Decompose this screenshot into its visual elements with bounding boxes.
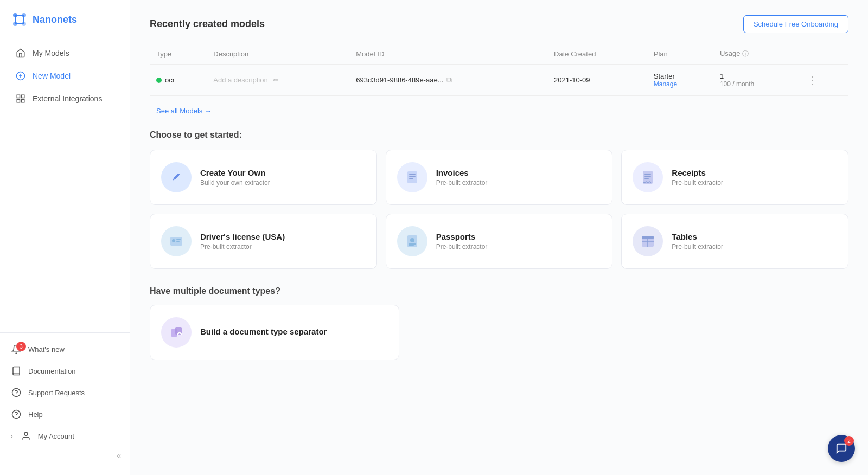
- card-icon-create-your-own: [161, 162, 192, 192]
- card-create-your-own[interactable]: Create Your Own Build your own extractor: [150, 150, 377, 205]
- row-usage-cell: 1 100 / month: [713, 65, 799, 96]
- row-plan-value: Starter: [654, 72, 707, 80]
- row-more-cell: ⋮: [799, 65, 848, 96]
- card-subtitle-receipts: Pre-built extractor: [672, 179, 837, 187]
- separator-icon: [169, 325, 184, 340]
- card-title-create-your-own: Create Your Own: [200, 168, 366, 177]
- logo-text: Nanonets: [33, 14, 77, 25]
- logo[interactable]: Nanonets: [0, 0, 130, 41]
- card-title-invoices: Invoices: [436, 168, 602, 177]
- sidebar-item-external-integrations[interactable]: External Integrations: [4, 88, 125, 110]
- chat-badge: 2: [844, 436, 854, 446]
- pencil-icon: [169, 170, 184, 185]
- svg-rect-27: [644, 176, 651, 177]
- book-icon: [11, 365, 22, 376]
- card-icon-doc-separator: [161, 317, 192, 348]
- multi-doc-section-title: Have multiple document types?: [150, 286, 848, 296]
- schedule-onboarding-button[interactable]: Schedule Free Onboarding: [743, 15, 848, 33]
- card-icon-drivers-license: [161, 226, 192, 256]
- card-content-create-your-own: Create Your Own Build your own extractor: [200, 168, 366, 187]
- row-model-id-cell: 693d3d91-9886-489e-aae... ⧉: [349, 65, 547, 96]
- col-description: Description: [207, 44, 349, 65]
- status-dot: [156, 78, 162, 83]
- models-table: Type Description Model ID Date Created P…: [150, 44, 848, 96]
- sidebar-item-external-integrations-label: External Integrations: [33, 94, 102, 103]
- card-passports[interactable]: Passports Pre-built extractor: [386, 214, 613, 269]
- svg-rect-28: [644, 178, 649, 179]
- svg-rect-31: [176, 239, 181, 240]
- whats-new-label: What's new: [28, 345, 65, 354]
- collapse-sidebar-button[interactable]: «: [0, 447, 130, 464]
- sidebar-item-new-model-label: New Model: [33, 72, 71, 80]
- sidebar-item-whats-new[interactable]: 3 What's new: [0, 338, 130, 360]
- row-type-cell: ocr: [150, 65, 207, 96]
- card-title-drivers-license: Driver's license (USA): [200, 232, 366, 241]
- sidebar-item-documentation[interactable]: Documentation: [0, 360, 130, 382]
- usage-info-icon[interactable]: ⓘ: [742, 50, 749, 57]
- card-subtitle-drivers-license: Pre-built extractor: [200, 243, 366, 251]
- choose-section-title: Choose to get started:: [150, 130, 848, 140]
- table-row: ocr Add a description ✏ 693d3d91-9886-48…: [150, 65, 848, 96]
- col-type: Type: [150, 44, 207, 65]
- card-icon-invoices: [397, 162, 427, 192]
- table-icon: [640, 234, 655, 249]
- notification-badge: 3: [16, 342, 26, 351]
- id-card-icon: [169, 234, 184, 249]
- svg-rect-23: [409, 176, 416, 177]
- nanonets-logo-icon: [11, 11, 28, 28]
- copy-model-id-icon[interactable]: ⧉: [446, 75, 452, 85]
- card-subtitle-tables: Pre-built extractor: [672, 243, 837, 251]
- svg-rect-38: [642, 236, 654, 239]
- row-more-button[interactable]: ⋮: [806, 74, 820, 86]
- manage-plan-link[interactable]: Manage: [654, 80, 707, 88]
- sidebar-item-new-model[interactable]: New Model: [4, 65, 125, 87]
- svg-point-19: [24, 432, 28, 435]
- row-plan-cell: Starter Manage: [647, 65, 713, 96]
- see-all-models-link[interactable]: See all Models →: [156, 107, 212, 115]
- row-description-cell: Add a description ✏: [207, 65, 349, 96]
- row-description-value: Add a description: [213, 76, 267, 84]
- sidebar-item-help[interactable]: Help: [0, 403, 130, 425]
- row-type-value: ocr: [165, 76, 175, 84]
- card-invoices[interactable]: Invoices Pre-built extractor: [386, 150, 613, 205]
- svg-rect-13: [22, 100, 24, 102]
- card-doc-separator[interactable]: Build a document type separator: [150, 305, 399, 360]
- sidebar-item-my-account[interactable]: › My Account: [0, 425, 130, 447]
- card-tables[interactable]: Tables Pre-built extractor: [621, 214, 848, 269]
- card-drivers-license[interactable]: Driver's license (USA) Pre-built extract…: [150, 214, 377, 269]
- support-requests-label: Support Requests: [28, 389, 85, 397]
- card-icon-receipts: [633, 162, 663, 192]
- card-content-receipts: Receipts Pre-built extractor: [672, 168, 837, 187]
- card-subtitle-passports: Pre-built extractor: [436, 243, 602, 251]
- multi-doc-section: Have multiple document types? Build a do…: [150, 286, 848, 360]
- help-circle-icon: [11, 387, 22, 398]
- table-body: ocr Add a description ✏ 693d3d91-9886-48…: [150, 65, 848, 96]
- svg-rect-22: [409, 174, 416, 175]
- card-subtitle-create-your-own: Build your own extractor: [200, 179, 366, 187]
- edit-description-icon[interactable]: ✏: [273, 76, 279, 84]
- home-icon: [15, 48, 26, 59]
- plus-circle-icon: [15, 70, 26, 81]
- svg-point-34: [410, 238, 414, 242]
- row-usage-limit: 100 / month: [720, 80, 793, 88]
- svg-rect-14: [17, 100, 20, 102]
- svg-rect-26: [644, 174, 651, 175]
- svg-point-30: [172, 239, 175, 242]
- passport-icon: [405, 234, 420, 249]
- sidebar-item-support-requests[interactable]: Support Requests: [0, 382, 130, 403]
- sidebar-item-my-models[interactable]: My Models: [4, 42, 125, 64]
- sidebar: Nanonets My Models New Model External In…: [0, 0, 130, 475]
- svg-rect-25: [643, 171, 653, 184]
- card-subtitle-invoices: Pre-built extractor: [436, 179, 602, 187]
- cards-grid: Create Your Own Build your own extractor…: [150, 150, 848, 269]
- sidebar-item-my-models-label: My Models: [33, 49, 69, 57]
- receipt-icon: [640, 170, 655, 185]
- card-title-doc-separator: Build a document type separator: [200, 327, 388, 336]
- card-icon-tables: [633, 226, 663, 256]
- sidebar-bottom: 3 What's new Documentation Support Reque…: [0, 332, 130, 475]
- card-icon-passports: [397, 226, 427, 256]
- help-icon: [11, 409, 22, 420]
- card-receipts[interactable]: Receipts Pre-built extractor: [621, 150, 848, 205]
- chat-bubble[interactable]: 2: [828, 435, 855, 462]
- card-content-tables: Tables Pre-built extractor: [672, 232, 837, 251]
